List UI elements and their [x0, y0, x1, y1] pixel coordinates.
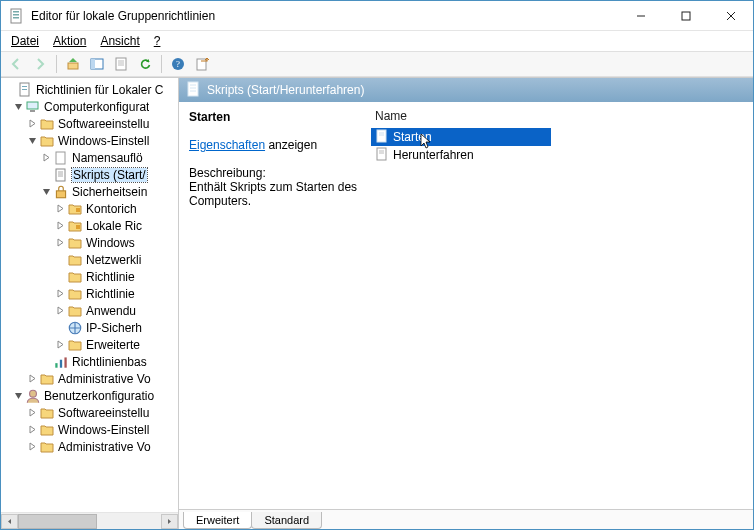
tree-item[interactable]: Namensauflö	[1, 149, 178, 166]
chevron-right-icon[interactable]	[25, 442, 39, 451]
tree-item[interactable]: Administrative Vo	[1, 438, 178, 455]
svg-rect-32	[55, 363, 57, 368]
tree-item[interactable]: Administrative Vo	[1, 370, 178, 387]
menu-view[interactable]: Ansicht	[94, 32, 145, 50]
sheet-icon	[53, 150, 69, 166]
window: Editor für lokale Gruppenrichtlinien Dat…	[0, 0, 754, 530]
tree-item[interactable]: Richtlinie	[1, 285, 178, 302]
tree-item[interactable]: IP-Sicherh	[1, 319, 178, 336]
description-panel: Starten Eigenschaften anzeigen Beschreib…	[179, 102, 369, 509]
svg-rect-2	[13, 14, 19, 16]
properties-button[interactable]	[110, 53, 132, 75]
details-header: Skripts (Start/Herunterfahren)	[179, 78, 753, 102]
chevron-right-icon[interactable]	[53, 221, 67, 230]
help-button[interactable]: ?	[167, 53, 189, 75]
folder-icon	[67, 269, 83, 285]
list-item-start[interactable]: Starten	[371, 128, 551, 146]
chevron-right-icon[interactable]	[53, 340, 67, 349]
chevron-down-icon[interactable]	[11, 102, 25, 111]
up-button[interactable]	[62, 53, 84, 75]
tree-security[interactable]: Sicherheitsein	[1, 183, 178, 200]
svg-rect-19	[22, 86, 27, 87]
tree-item[interactable]: Softwareeinstellu	[1, 115, 178, 132]
export-button[interactable]	[191, 53, 213, 75]
details-pane: Skripts (Start/Herunterfahren) Starten E…	[179, 77, 753, 529]
scroll-thumb[interactable]	[18, 514, 97, 529]
tree-pane: Richtlinien für Lokaler C Computerkonfig…	[1, 77, 179, 529]
svg-rect-21	[27, 102, 38, 109]
scripts-icon	[53, 167, 69, 183]
scroll-right-button[interactable]	[161, 514, 178, 529]
chevron-right-icon[interactable]	[53, 204, 67, 213]
maximize-button[interactable]	[663, 1, 708, 30]
folder-icon	[67, 252, 83, 268]
chevron-right-icon[interactable]	[39, 153, 53, 162]
tree-item[interactable]: Windows-Einstell	[1, 421, 178, 438]
tab-standard[interactable]: Standard	[251, 512, 322, 529]
close-button[interactable]	[708, 1, 753, 30]
refresh-button[interactable]	[134, 53, 156, 75]
svg-rect-8	[68, 63, 78, 69]
tree-computer-config[interactable]: Computerkonfigurat	[1, 98, 178, 115]
column-header-name[interactable]: Name	[369, 102, 753, 126]
tree-item[interactable]: Erweiterte	[1, 336, 178, 353]
tree-item[interactable]: Kontorich	[1, 200, 178, 217]
scroll-left-button[interactable]	[1, 514, 18, 529]
chevron-right-icon[interactable]	[53, 238, 67, 247]
description-text: Enthält Skripts zum Starten des Computer…	[189, 180, 359, 208]
forward-button[interactable]	[29, 53, 51, 75]
folder-icon	[39, 371, 55, 387]
tree-item[interactable]: Richtlinie	[1, 268, 178, 285]
tree-root[interactable]: Richtlinien für Lokaler C	[1, 81, 178, 98]
menu-file[interactable]: Datei	[5, 32, 45, 50]
chart-icon	[53, 354, 69, 370]
network-icon	[67, 320, 83, 336]
tree-item[interactable]: Lokale Ric	[1, 217, 178, 234]
menu-help[interactable]: ?	[148, 32, 167, 50]
show-hide-tree-button[interactable]	[86, 53, 108, 75]
horizontal-scrollbar[interactable]	[1, 512, 178, 529]
window-title: Editor für lokale Gruppenrichtlinien	[31, 9, 618, 23]
menu-action[interactable]: Aktion	[47, 32, 92, 50]
item-list: Name Starten Herunterfahren	[369, 102, 753, 509]
chevron-right-icon[interactable]	[25, 425, 39, 434]
svg-rect-1	[13, 11, 19, 13]
chevron-down-icon[interactable]	[39, 187, 53, 196]
tree-item[interactable]: Softwareeinstellu	[1, 404, 178, 421]
folder-icon	[39, 116, 55, 132]
tree[interactable]: Richtlinien für Lokaler C Computerkonfig…	[1, 78, 178, 512]
tree-item[interactable]: Anwendu	[1, 302, 178, 319]
body: Richtlinien für Lokaler C Computerkonfig…	[1, 77, 753, 529]
tree-item[interactable]: Netzwerkli	[1, 251, 178, 268]
chevron-right-icon[interactable]	[53, 306, 67, 315]
folder-icon	[67, 337, 83, 353]
tree-windows-settings[interactable]: Windows-Einstell	[1, 132, 178, 149]
view-tabs: Erweitert Standard	[179, 509, 753, 529]
titlebar: Editor für lokale Gruppenrichtlinien	[1, 1, 753, 31]
back-button[interactable]	[5, 53, 27, 75]
chevron-down-icon[interactable]	[11, 391, 25, 400]
lock-icon	[53, 184, 69, 200]
svg-rect-34	[64, 357, 66, 367]
chevron-right-icon[interactable]	[25, 408, 39, 417]
tree-item[interactable]: Windows	[1, 234, 178, 251]
tree-item[interactable]: Richtlinienbas	[1, 353, 178, 370]
chevron-right-icon[interactable]	[25, 374, 39, 383]
chevron-right-icon[interactable]	[53, 289, 67, 298]
scroll-track[interactable]	[18, 514, 161, 529]
svg-text:?: ?	[176, 59, 180, 69]
script-icon	[375, 129, 389, 146]
chevron-down-icon[interactable]	[25, 136, 39, 145]
app-icon	[9, 8, 25, 24]
folder-lock-icon	[67, 218, 83, 234]
folder-icon	[39, 439, 55, 455]
policy-icon	[17, 82, 33, 98]
minimize-button[interactable]	[618, 1, 663, 30]
details-content: Starten Eigenschaften anzeigen Beschreib…	[179, 102, 753, 509]
svg-rect-24	[56, 169, 65, 181]
properties-link[interactable]: Eigenschaften	[189, 138, 265, 152]
tab-extended[interactable]: Erweitert	[183, 512, 252, 529]
tree-user-config[interactable]: Benutzerkonfiguratio	[1, 387, 178, 404]
chevron-right-icon[interactable]	[25, 119, 39, 128]
tree-scripts[interactable]: Skripts (Start/	[1, 166, 178, 183]
